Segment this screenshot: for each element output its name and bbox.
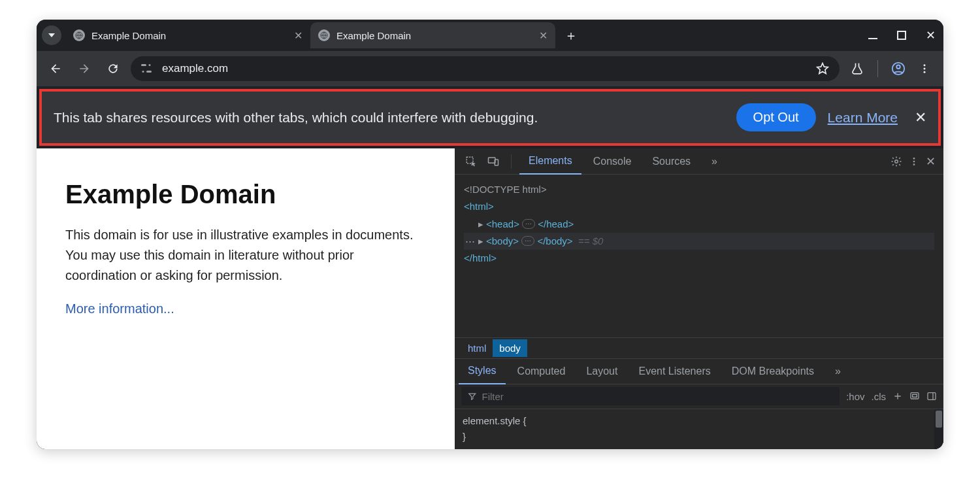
styles-tab-computed[interactable]: Computed [508, 358, 575, 384]
url-text: example.com [162, 62, 228, 75]
svg-rect-20 [911, 393, 919, 399]
svg-point-12 [924, 71, 926, 73]
styles-tab-overflow[interactable]: » [826, 358, 850, 384]
dom-head-row[interactable]: ▸<head> ⋯ </head> [464, 216, 934, 233]
styles-tab-dombreakpoints[interactable]: DOM Breakpoints [723, 358, 823, 384]
page-heading: Example Domain [65, 180, 426, 209]
devtools-tab-console[interactable]: Console [584, 148, 641, 175]
element-style-open: element.style { [463, 413, 936, 430]
styles-filter-input[interactable] [482, 391, 833, 402]
svg-point-5 [149, 64, 151, 66]
styles-tab-styles[interactable]: Styles [459, 358, 506, 384]
tab-inactive[interactable]: Example Domain ✕ [65, 22, 310, 48]
tab-strip: Example Domain ✕ Example Domain ✕ ＋ ✕ [37, 20, 943, 51]
styles-filter[interactable] [461, 387, 840, 405]
tab-title: Example Domain [91, 30, 287, 41]
svg-rect-6 [146, 71, 152, 73]
window-controls: ✕ [868, 28, 936, 42]
close-window-button[interactable]: ✕ [926, 28, 936, 42]
labs-icon[interactable] [846, 58, 868, 80]
toolbar-right [846, 58, 936, 80]
forward-button[interactable] [73, 58, 95, 80]
styles-sidebar-toggle-icon[interactable] [926, 391, 937, 401]
globe-icon [318, 29, 330, 41]
kebab-menu-icon[interactable] [913, 58, 936, 80]
svg-point-18 [913, 160, 915, 162]
svg-point-7 [142, 71, 144, 73]
back-button[interactable] [44, 58, 67, 80]
dom-html-close[interactable]: </html> [464, 250, 934, 267]
svg-rect-3 [898, 31, 906, 39]
toolbar: example.com [37, 51, 943, 86]
svg-point-17 [913, 158, 915, 160]
devtools-tab-overflow[interactable]: » [702, 148, 727, 175]
infobar-message: This tab shares resources with other tab… [54, 110, 725, 126]
more-info-link[interactable]: More information... [65, 301, 174, 316]
breadcrumb-body[interactable]: body [493, 339, 527, 357]
devtools-kebab-icon[interactable] [909, 156, 919, 167]
cls-toggle[interactable]: .cls [872, 391, 887, 402]
infobar: This tab shares resources with other tab… [42, 92, 938, 143]
page-body: This domain is for use in illustrative e… [65, 225, 426, 286]
page-content: Example Domain This domain is for use in… [37, 148, 455, 449]
site-settings-icon[interactable] [141, 64, 154, 73]
scrollbar-thumb[interactable] [936, 411, 942, 428]
dom-doctype: <!DOCTYPE html> [464, 181, 934, 198]
styles-tab-eventlisteners[interactable]: Event Listeners [629, 358, 719, 384]
tab-close-button[interactable]: ✕ [294, 29, 302, 42]
styles-body[interactable]: element.style { } [455, 409, 943, 450]
svg-point-16 [895, 160, 898, 163]
tab-close-button[interactable]: ✕ [539, 29, 547, 42]
browser-window: Example Domain ✕ Example Domain ✕ ＋ ✕ [37, 20, 943, 449]
device-toolbar-icon[interactable] [483, 152, 503, 171]
breadcrumb-html[interactable]: html [461, 339, 493, 357]
infobar-close-button[interactable]: ✕ [915, 109, 926, 126]
content-split: Example Domain This domain is for use in… [37, 148, 943, 449]
svg-point-9 [896, 65, 900, 69]
styles-toolbar: :hov .cls [455, 384, 943, 409]
globe-icon [73, 29, 85, 41]
devtools-tab-sources[interactable]: Sources [643, 148, 700, 175]
svg-rect-14 [489, 158, 496, 163]
new-style-rule-icon[interactable] [892, 391, 903, 401]
chevron-down-icon [48, 33, 55, 37]
infobar-highlight: This tab shares resources with other tab… [39, 89, 941, 146]
inspect-element-icon[interactable] [461, 152, 481, 171]
minimize-button[interactable] [868, 31, 877, 40]
bookmark-star-icon[interactable] [816, 62, 829, 75]
svg-point-11 [924, 68, 926, 70]
scrollbar[interactable] [934, 409, 943, 450]
dom-body-row[interactable]: ▸<body> ⋯ </body> == $0 [464, 233, 934, 250]
devtools-settings-icon[interactable] [890, 156, 902, 167]
reload-button[interactable] [102, 58, 124, 80]
svg-rect-22 [928, 393, 936, 400]
devtools-panel: Elements Console Sources » ✕ <!DOCTYPE h… [455, 148, 943, 449]
devtools-tabstrip: Elements Console Sources » ✕ [455, 148, 943, 175]
dom-tree[interactable]: <!DOCTYPE html> <html> ▸<head> ⋯ </head>… [455, 175, 943, 337]
maximize-button[interactable] [897, 31, 906, 40]
svg-rect-4 [141, 64, 146, 66]
address-bar[interactable]: example.com [131, 56, 840, 81]
svg-point-19 [913, 163, 915, 165]
new-tab-button[interactable]: ＋ [564, 27, 578, 44]
hov-toggle[interactable]: :hov [846, 391, 864, 402]
computed-styles-toggle-icon[interactable] [909, 391, 920, 401]
devtools-close-icon[interactable]: ✕ [926, 154, 936, 169]
devtools-tab-elements[interactable]: Elements [519, 148, 581, 175]
tab-title: Example Domain [336, 30, 532, 41]
svg-point-10 [924, 64, 926, 66]
styles-tab-layout[interactable]: Layout [577, 358, 627, 384]
profile-icon[interactable] [887, 58, 909, 80]
tab-active[interactable]: Example Domain ✕ [310, 22, 555, 48]
opt-out-button[interactable]: Opt Out [736, 103, 816, 131]
styles-tabstrip: Styles Computed Layout Event Listeners D… [455, 358, 943, 384]
dom-breadcrumb: html body [455, 337, 943, 358]
svg-rect-21 [913, 394, 917, 397]
tab-search-dropdown[interactable] [42, 25, 61, 45]
filter-icon [468, 392, 476, 401]
divider [877, 60, 878, 77]
dom-html-open[interactable]: <html> [464, 198, 934, 215]
svg-rect-2 [868, 38, 877, 39]
element-style-close: } [463, 429, 936, 445]
learn-more-link[interactable]: Learn More [828, 110, 898, 126]
